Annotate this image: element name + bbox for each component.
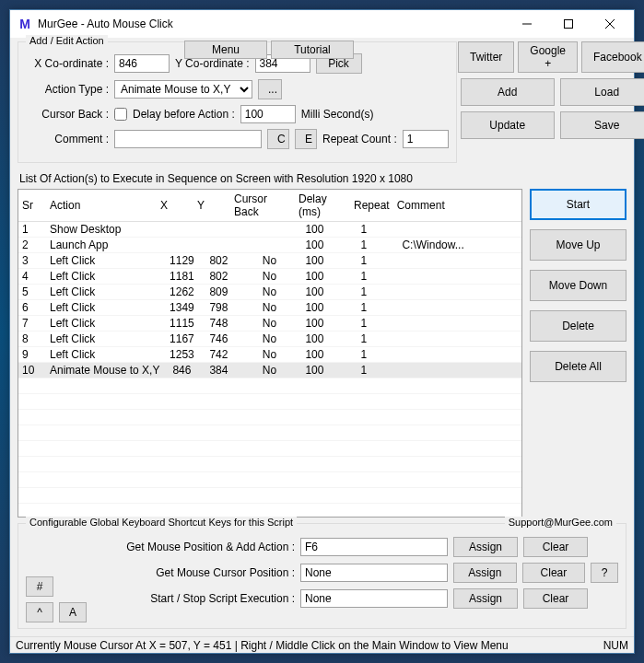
shortcuts-legend: Configurable Global Keyboard Shortcut Ke… — [26, 517, 297, 528]
c-button[interactable]: C — [267, 129, 289, 149]
maximize-button[interactable] — [547, 11, 589, 37]
add-edit-group: Add / Edit Action Menu Tutorial X Co-ord… — [18, 41, 457, 163]
svg-rect-1 — [564, 20, 572, 29]
app-window: M MurGee - Auto Mouse Click Add / Edit A… — [9, 9, 635, 654]
delay-units: Milli Second(s) — [301, 108, 374, 121]
shortcut2-clear[interactable]: Clear — [522, 563, 586, 583]
add-edit-legend: Add / Edit Action — [26, 35, 108, 46]
y-coord-label: Y Co-ordinate : — [175, 57, 250, 70]
col-sr[interactable]: Sr — [18, 190, 46, 222]
col-y[interactable]: Y — [193, 190, 230, 222]
delay-input[interactable] — [240, 105, 296, 123]
table-row[interactable]: 6Left Click1349798No1001 — [18, 300, 521, 316]
status-num: NUM — [603, 639, 628, 652]
tutorial-button[interactable]: Tutorial — [271, 41, 354, 59]
action-type-label: Action Type : — [26, 83, 109, 96]
cursor-back-label: Cursor Back : — [26, 108, 109, 121]
save-button[interactable]: Save — [560, 111, 644, 139]
table-row[interactable]: 4Left Click1181802No1001 — [18, 269, 521, 285]
col-cursor-back[interactable]: Cursor Back — [230, 190, 295, 222]
app-logo-icon: M — [18, 17, 32, 31]
table-row[interactable]: 3Left Click1129802No1001 — [18, 253, 521, 269]
table-row-empty — [18, 378, 521, 394]
table-row[interactable]: 10Animate Mouse to X,Y846384No1001 — [18, 363, 521, 378]
menu-button[interactable]: Menu — [184, 41, 267, 59]
delete-button[interactable]: Delete — [530, 310, 626, 342]
cursor-back-checkbox[interactable] — [114, 108, 127, 121]
shortcut3-label: Start / Stop Script Execution : — [64, 592, 295, 605]
shortcut3-assign[interactable]: Assign — [453, 588, 518, 609]
repeat-input[interactable] — [403, 130, 449, 148]
e-button[interactable]: E — [295, 129, 317, 149]
delay-label: Delay before Action : — [133, 108, 235, 121]
window-title: MurGee - Auto Mouse Click — [38, 17, 506, 30]
a-button[interactable]: A — [59, 602, 87, 622]
shortcut3-clear[interactable]: Clear — [523, 588, 588, 609]
comment-label: Comment : — [26, 133, 109, 145]
col-repeat[interactable]: Repeat — [350, 190, 393, 222]
table-row[interactable]: 7Left Click1115748No1001 — [18, 316, 521, 332]
shortcut3-input[interactable] — [300, 589, 448, 608]
table-row-empty — [18, 472, 521, 488]
caret-button[interactable]: ^ — [26, 602, 53, 622]
facebook-link[interactable]: Facebook — [581, 41, 644, 73]
shortcut1-input[interactable] — [300, 538, 448, 556]
add-button[interactable]: Add — [461, 78, 555, 106]
list-label: List Of Action(s) to Execute in Sequence… — [19, 172, 626, 185]
table-row[interactable]: 1Show Desktop1001 — [18, 222, 521, 238]
shortcut2-assign[interactable]: Assign — [453, 563, 517, 583]
load-button[interactable]: Load — [560, 78, 644, 106]
table-row-empty — [18, 457, 521, 472]
help-button[interactable]: ? — [591, 563, 618, 583]
shortcuts-group: Configurable Global Keyboard Shortcut Ke… — [18, 523, 626, 629]
minimize-button[interactable] — [506, 11, 547, 37]
shortcut1-clear[interactable]: Clear — [523, 537, 588, 557]
table-row-empty — [18, 425, 521, 441]
table-row-empty — [18, 441, 521, 457]
action-table[interactable]: Sr Action X Y Cursor Back Delay (ms) Rep… — [18, 189, 522, 518]
table-row[interactable]: 5Left Click1262809No1001 — [18, 285, 521, 300]
x-coord-label: X Co-ordinate : — [26, 57, 109, 70]
move-down-button[interactable]: Move Down — [530, 270, 626, 301]
col-comment[interactable]: Comment — [393, 190, 521, 222]
titlebar[interactable]: M MurGee - Auto Mouse Click — [10, 10, 634, 38]
table-row[interactable]: 8Left Click1167746No1001 — [18, 332, 521, 347]
twitter-link[interactable]: Twitter — [458, 41, 514, 73]
table-row-empty — [18, 410, 521, 425]
table-row-empty — [18, 488, 521, 504]
repeat-label: Repeat Count : — [322, 133, 397, 145]
google-link[interactable]: Google + — [518, 41, 578, 73]
col-delay[interactable]: Delay (ms) — [295, 190, 350, 222]
status-bar: Currently Mouse Cursor At X = 507, Y = 4… — [10, 636, 634, 653]
shortcut1-label: Get Mouse Position & Add Action : — [64, 541, 295, 553]
update-button[interactable]: Update — [461, 111, 555, 139]
x-coord-input[interactable] — [114, 54, 170, 73]
table-row[interactable]: 9Left Click1253742No1001 — [18, 347, 521, 363]
col-action[interactable]: Action — [46, 190, 157, 222]
comment-input[interactable] — [114, 130, 262, 148]
shortcut2-label: Get Mouse Cursor Position : — [64, 566, 295, 579]
shortcut2-input[interactable] — [300, 564, 448, 582]
more-button[interactable]: ... — [258, 79, 282, 99]
status-text: Currently Mouse Cursor At X = 507, Y = 4… — [16, 639, 509, 652]
table-row[interactable]: 2Launch App1001C:\Window... — [18, 238, 521, 253]
hash-button[interactable]: # — [26, 576, 53, 597]
delete-all-button[interactable]: Delete All — [530, 351, 626, 382]
support-link[interactable]: Support@MurGee.com — [505, 517, 616, 528]
close-button[interactable] — [589, 11, 630, 37]
col-x[interactable]: X — [157, 190, 193, 222]
move-up-button[interactable]: Move Up — [530, 229, 626, 261]
table-row-empty — [18, 394, 521, 410]
action-type-select[interactable]: Animate Mouse to X,Y — [114, 80, 252, 99]
shortcut1-assign[interactable]: Assign — [453, 537, 518, 557]
start-button[interactable]: Start — [530, 189, 626, 220]
